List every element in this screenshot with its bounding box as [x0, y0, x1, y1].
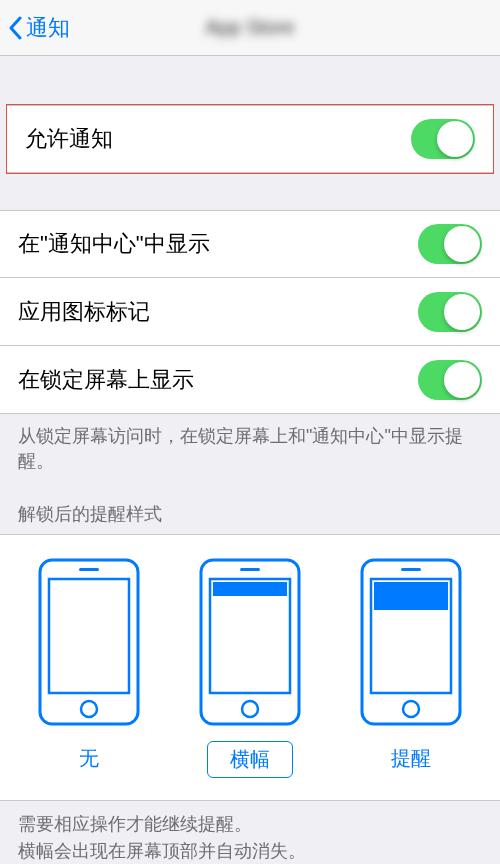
- row-label: 应用图标标记: [18, 297, 150, 327]
- style-option-alert[interactable]: 提醒: [341, 557, 482, 778]
- row-allow-notifications: 允许通知: [7, 105, 493, 173]
- phone-banner-icon: [198, 557, 302, 727]
- svg-rect-6: [213, 582, 287, 596]
- svg-point-12: [403, 701, 419, 717]
- phone-alert-icon: [359, 557, 463, 727]
- chevron-left-icon: [8, 16, 22, 40]
- settings-group: 在"通知中心"中显示 应用图标标记 在锁定屏幕上显示: [0, 210, 500, 414]
- switch-show-in-notification-center[interactable]: [418, 224, 482, 264]
- back-label: 通知: [26, 13, 70, 43]
- svg-rect-8: [240, 568, 260, 571]
- row-label: 允许通知: [25, 124, 113, 154]
- svg-rect-1: [49, 579, 129, 693]
- svg-rect-0: [40, 560, 138, 724]
- back-button[interactable]: 通知: [0, 13, 70, 43]
- svg-rect-5: [210, 579, 290, 693]
- panel-footer: 需要相应操作才能继续提醒。 横幅会出现在屏幕顶部并自动消失。: [0, 801, 500, 864]
- svg-point-2: [81, 701, 97, 717]
- row-show-in-notification-center: 在"通知中心"中显示: [0, 210, 500, 278]
- page-title: App Store: [206, 16, 295, 39]
- navbar: 通知 App Store: [0, 0, 500, 56]
- svg-point-7: [242, 701, 258, 717]
- group-footer: 从锁定屏幕访问时，在锁定屏幕上和"通知中心"中显示提醒。: [0, 414, 500, 474]
- phone-none-icon: [37, 557, 141, 727]
- style-header: 解锁后的提醒样式: [0, 474, 500, 534]
- svg-rect-11: [374, 582, 448, 610]
- panel-footer-line: 横幅会出现在屏幕顶部并自动消失。: [18, 838, 482, 864]
- svg-rect-13: [401, 568, 421, 571]
- switch-allow-notifications[interactable]: [411, 119, 475, 159]
- switch-show-on-lock-screen[interactable]: [418, 360, 482, 400]
- row-badge-app-icon: 应用图标标记: [0, 278, 500, 346]
- row-label: 在锁定屏幕上显示: [18, 365, 194, 395]
- style-label: 无: [59, 741, 119, 776]
- highlight-allow-notifications: 允许通知: [6, 104, 494, 174]
- row-label: 在"通知中心"中显示: [18, 229, 210, 259]
- panel-footer-line: 需要相应操作才能继续提醒。: [18, 811, 482, 838]
- style-label: 提醒: [371, 741, 451, 776]
- row-show-on-lock-screen: 在锁定屏幕上显示: [0, 346, 500, 414]
- style-label: 横幅: [207, 741, 293, 778]
- switch-badge-app-icon[interactable]: [418, 292, 482, 332]
- alert-style-panel: 无 横幅 提醒: [0, 534, 500, 801]
- svg-rect-3: [79, 568, 99, 571]
- style-option-banner[interactable]: 横幅: [179, 557, 320, 778]
- style-option-none[interactable]: 无: [18, 557, 159, 778]
